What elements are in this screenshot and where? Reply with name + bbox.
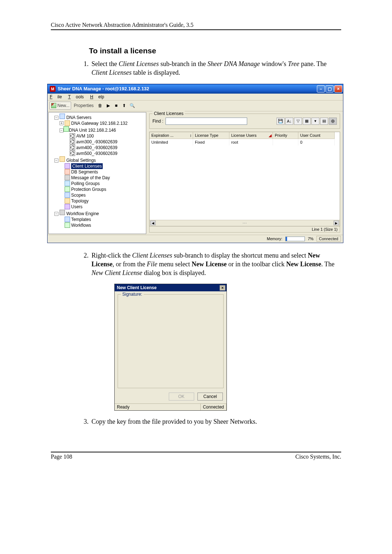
panel-legend: Client Licenses <box>152 111 185 116</box>
tree-topology[interactable]: Topology <box>71 198 89 204</box>
gear-icon <box>70 145 75 150</box>
step-list: 2. Right-click the Client Licenses sub-b… <box>76 251 341 278</box>
filter-icon[interactable]: ▽ <box>294 118 302 125</box>
licenses-table[interactable]: Expiration ...↕ License Type License Use… <box>149 132 340 226</box>
signature-textarea[interactable] <box>121 297 220 384</box>
collapse-icon[interactable]: − <box>60 128 64 132</box>
gear-icon <box>70 139 75 144</box>
db-icon <box>65 169 70 175</box>
line-info: Line 1 (Size 1) <box>149 226 340 233</box>
tree-avm500[interactable]: avm500_-930602639 <box>76 151 117 156</box>
dialog-titlebar[interactable]: New Client License × <box>115 284 226 291</box>
step-text: Right-click the Client Licenses sub-bran… <box>91 251 341 278</box>
settings-icon <box>60 156 65 162</box>
step-list: 1. Select the Client Licenses sub-branch… <box>76 59 341 77</box>
ok-button[interactable]: OK <box>169 393 194 401</box>
cell-priority <box>273 139 298 145</box>
menu-tools[interactable]: Tools <box>68 94 86 100</box>
templates-icon <box>65 217 70 222</box>
col-expiration[interactable]: Expiration ...↕ <box>150 132 193 139</box>
dropdown-icon[interactable]: ▾ <box>311 118 319 125</box>
gear-icon <box>70 151 75 156</box>
statusbar: Memory: 7% Connected <box>48 235 343 243</box>
gear-icon <box>70 133 75 139</box>
new-button[interactable]: New... <box>49 102 71 110</box>
close-icon[interactable]: × <box>220 285 225 291</box>
dialog-title: New Client License <box>117 285 156 290</box>
status-connected: Connected <box>201 404 226 410</box>
scroll-right-icon[interactable]: ▶ <box>334 221 339 225</box>
properties-button[interactable]: Properties <box>72 102 95 110</box>
step-text: Select the Client Licenses sub-branch in… <box>91 59 341 77</box>
step-list: 3. Copy the key from the file provided t… <box>76 417 341 426</box>
up-icon[interactable]: ⬆ <box>121 102 128 109</box>
company-name: Cisco Systems, Inc. <box>295 454 341 460</box>
more-icon[interactable]: ▤ <box>320 118 328 125</box>
stop-icon[interactable]: ■ <box>113 102 120 109</box>
play-icon[interactable]: ▶ <box>105 102 112 109</box>
new-license-dialog: New Client License × Signature: OK Cance… <box>114 284 227 411</box>
tree-motd[interactable]: Message of the Day <box>71 175 110 181</box>
shield-icon <box>65 186 70 192</box>
tree-workflows[interactable]: Workflows <box>71 222 91 228</box>
col-license-users[interactable]: License Users◢ <box>229 132 273 139</box>
table-header: Expiration ...↕ License Type License Use… <box>150 132 340 139</box>
titlebar[interactable]: M Sheer DNA Manage - root@192.168.2.132 … <box>48 84 343 94</box>
col-user-count[interactable]: User Count <box>298 132 335 139</box>
find-label: Find : <box>152 119 163 124</box>
expand-icon[interactable]: + <box>60 121 64 125</box>
tree-db[interactable]: DB Segments <box>71 169 98 175</box>
memory-label: Memory: <box>267 237 282 241</box>
table-row[interactable]: Unlimited Fixed root 0 <box>150 139 340 145</box>
gateway-icon <box>65 120 70 126</box>
close-button[interactable]: × <box>334 85 342 93</box>
tree-polling[interactable]: Polling Groups <box>71 181 100 186</box>
find-icon[interactable]: 🔍 <box>128 102 136 109</box>
server-icon <box>60 114 65 119</box>
tree-protection[interactable]: Protection Groups <box>71 186 106 192</box>
tree-pane[interactable]: − DNA Servers +DNA Gateway 192.168.2.132… <box>48 112 146 234</box>
record-icon[interactable] <box>329 118 337 125</box>
step-number: 1. <box>76 59 89 77</box>
minimize-button[interactable]: – <box>317 85 325 93</box>
collapse-icon[interactable]: − <box>54 212 58 216</box>
step-text: Copy the key from the file provided to y… <box>91 417 341 426</box>
delete-icon[interactable]: 🗑 <box>97 102 104 109</box>
tree-users[interactable]: Users <box>71 204 82 210</box>
menubar: File Tools Help <box>48 94 343 100</box>
sort-asc-icon[interactable]: A↓ <box>285 118 293 125</box>
h-scrollbar[interactable]: ◀ ⋯ ▶ <box>150 220 340 226</box>
tree-templates[interactable]: Templates <box>71 217 91 222</box>
tree-avm400[interactable]: avm400_-930602639 <box>76 145 117 151</box>
save-filter-icon[interactable]: 💾 <box>277 118 285 125</box>
tree-global[interactable]: Global Settings <box>66 158 96 163</box>
col-license-type[interactable]: License Type <box>193 132 229 139</box>
status-connected: Connected <box>317 236 341 242</box>
maximize-button[interactable]: ▢ <box>326 85 334 93</box>
menu-help[interactable]: Help <box>90 94 107 100</box>
topology-icon <box>65 198 70 204</box>
tree-scopes[interactable]: Scopes <box>71 192 86 198</box>
tree-avm100[interactable]: AVM 100 <box>76 133 94 139</box>
clear-icon[interactable]: ▦ <box>303 118 311 125</box>
tree-unit[interactable]: DNA Unit 192.168.2.146 <box>69 128 116 133</box>
page: Cisco Active Network Abstraction Adminis… <box>0 22 392 460</box>
scroll-left-icon[interactable]: ◀ <box>150 221 156 225</box>
tree-workflow-engine[interactable]: Workflow Engine <box>66 211 99 216</box>
find-input[interactable] <box>166 118 247 125</box>
cancel-button[interactable]: Cancel <box>197 393 223 401</box>
tree-avm300[interactable]: avm300_-930602639 <box>76 139 117 145</box>
tree-dna-servers[interactable]: DNA Servers <box>66 115 91 120</box>
collapse-icon[interactable]: − <box>54 159 58 163</box>
col-priority[interactable]: Priority <box>273 132 298 139</box>
menu-file[interactable]: File <box>50 94 65 100</box>
tree-gateway[interactable]: DNA Gateway 192.168.2.132 <box>71 120 127 126</box>
memory-value: 7% <box>308 237 314 241</box>
content-pane: Client Licenses Find : 💾 A↓ ▽ ▦ ▾ ▤ <box>147 112 342 234</box>
collapse-icon[interactable]: − <box>54 116 58 120</box>
section-heading: To install a license <box>89 46 341 55</box>
workflow-icon <box>60 210 65 215</box>
workflows-icon <box>65 222 70 228</box>
cell-expiration: Unlimited <box>150 139 193 145</box>
tree-client-licenses[interactable]: Client Licenses <box>71 163 103 169</box>
